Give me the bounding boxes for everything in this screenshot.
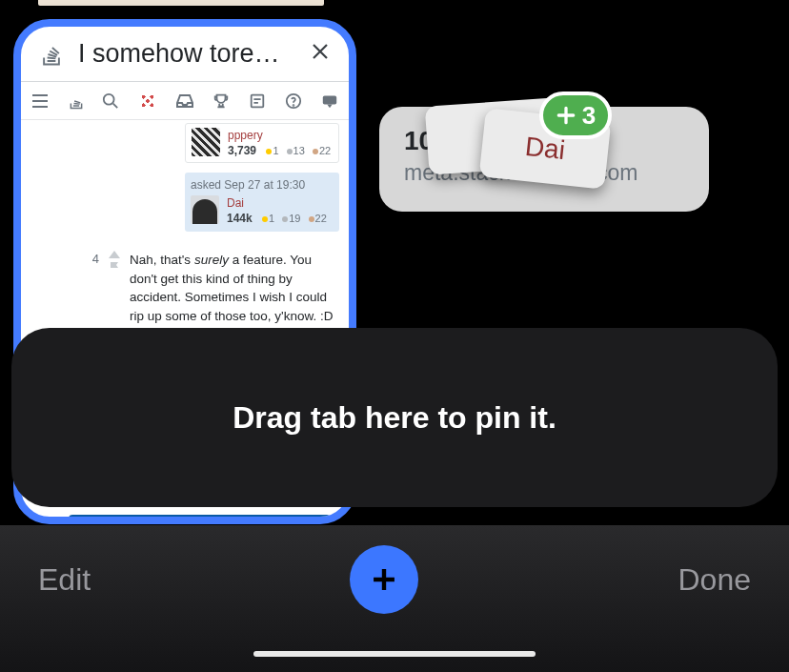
editor-name[interactable]: pppery [228, 128, 331, 143]
stackoverflow-logo-icon [38, 41, 65, 68]
asker-identicon-icon[interactable] [191, 195, 219, 224]
editor-badges: 1 13 22 [261, 145, 331, 156]
home-indicator[interactable] [253, 651, 536, 657]
close-tab-button[interactable] [309, 39, 332, 70]
hamburger-icon[interactable] [30, 92, 50, 111]
pin-drop-zone[interactable]: Drag tab here to pin it. [11, 328, 778, 507]
gold-badge-icon [266, 149, 272, 154]
ad-banner[interactable]: Everyone can find their best gifts at x [69, 515, 331, 524]
drag-count-badge: 3 [539, 92, 612, 139]
search-icon[interactable] [101, 92, 120, 111]
editor-identicon-icon[interactable] [192, 128, 220, 156]
background-tab-sliver: the rest of Wales [38, 0, 324, 6]
svg-rect-1 [252, 94, 264, 107]
user-avatar-icon[interactable] [137, 91, 158, 112]
tab-switcher-toolbar: Edit Done [0, 525, 789, 672]
new-tab-button[interactable] [350, 545, 418, 614]
svg-point-0 [104, 93, 114, 104]
bronze-badge-icon [313, 149, 318, 154]
asker-rep: 144k [227, 212, 253, 225]
site-toolbar [21, 82, 349, 120]
asker-card: asked Sep 27 at 19:30 Dai 144k 1 19 22 [185, 173, 339, 232]
asked-timestamp: asked Sep 27 at 19:30 [191, 178, 334, 192]
editor-rep: 3,739 [228, 144, 256, 157]
tab-title: I somehow tore… [78, 39, 309, 69]
editor-card: pppery 3,739 1 13 22 [185, 123, 339, 163]
bronze-badge-icon [309, 216, 314, 222]
help-icon[interactable] [284, 92, 303, 111]
community-icon[interactable] [320, 92, 339, 111]
review-icon[interactable] [248, 92, 267, 111]
trophy-icon[interactable] [212, 92, 231, 111]
stackoverflow-mini-logo-icon[interactable] [67, 92, 86, 111]
svg-rect-4 [323, 95, 336, 104]
asker-badges: 1 19 22 [257, 213, 327, 224]
pin-zone-label: Drag tab here to pin it. [233, 400, 556, 436]
silver-badge-icon [287, 149, 293, 154]
tab-header: I somehow tore… [21, 27, 349, 82]
inbox-icon[interactable] [175, 92, 194, 111]
edit-button[interactable]: Edit [38, 562, 91, 598]
gold-badge-icon [262, 216, 268, 222]
asker-name[interactable]: Dai [227, 195, 327, 211]
svg-point-3 [293, 105, 294, 106]
ad-close-icon[interactable]: x [348, 511, 354, 521]
done-button[interactable]: Done [678, 562, 751, 598]
silver-badge-icon [282, 216, 288, 222]
